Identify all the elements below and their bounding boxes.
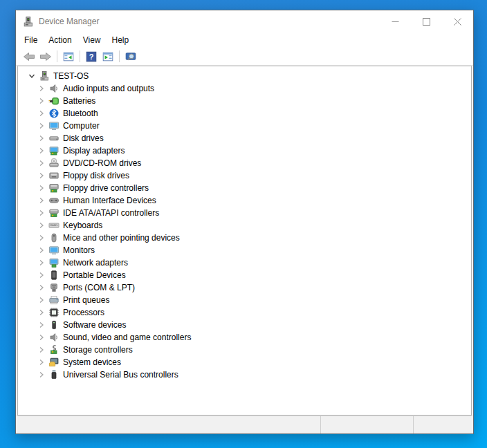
tree-item-label: Bluetooth [62,109,100,118]
tree-item-label: Display adapters [62,146,126,156]
chevron-right-icon[interactable] [37,184,46,192]
chevron-right-icon[interactable] [37,159,46,167]
tree-item-ports[interactable]: Ports (COM & LPT) [18,281,471,294]
tree-item-label: Floppy drive controllers [62,183,150,193]
tree-item-floppy-controller[interactable]: Floppy drive controllers [18,182,471,194]
arrow-right-icon [39,51,53,62]
chevron-right-icon[interactable] [37,283,46,292]
tree-item-disk[interactable]: Disk drives [18,132,471,144]
chevron-right-icon[interactable] [37,171,46,180]
tree-item-network[interactable]: Network adapters [18,256,471,269]
tree-item-label: Audio inputs and outputs [62,84,156,93]
chevron-right-icon[interactable] [37,259,46,267]
tree-item-label: Software devices [62,320,127,330]
menu-view[interactable]: View [77,34,107,46]
tree-item-hid[interactable]: Human Interface Devices [18,194,471,207]
tree-item-printer[interactable]: Print queues [18,294,471,306]
tree-item-portable[interactable]: Portable Devices [18,269,471,281]
device-category-icon [48,170,59,181]
chevron-right-icon[interactable] [37,296,46,304]
tree-item-list: Audio inputs and outputs Batteries Bluet… [18,82,471,381]
menu-help[interactable]: Help [107,34,135,46]
device-category-icon [48,133,59,144]
maximize-button[interactable] [411,10,442,32]
tree-item-label: Print queues [62,295,111,305]
status-segment-2 [320,416,413,433]
tree-item-software[interactable]: Software devices [18,319,471,331]
tree-item-keyboard[interactable]: Keyboards [18,219,471,232]
chevron-right-icon[interactable] [37,122,46,130]
back-button[interactable] [21,49,37,64]
device-category-icon [48,220,59,231]
device-category-icon [48,307,59,318]
menu-action[interactable]: Action [43,34,77,46]
tree-item-speaker[interactable]: Audio inputs and outputs [18,82,471,95]
tree-item-label: Batteries [62,96,97,106]
device-tree-panel: TEST-OS Audio inputs and outputs Batteri… [17,66,472,416]
maximize-icon [423,18,430,26]
tree-item-mouse[interactable]: Mice and other pointing devices [18,232,471,244]
help-button[interactable] [83,49,100,64]
tree-item-usb[interactable]: Universal Serial Bus controllers [18,368,471,381]
toolbar [16,48,473,66]
window-controls [380,10,473,32]
tree-item-bluetooth[interactable]: Bluetooth [18,107,471,120]
menu-file[interactable]: File [19,34,43,46]
device-category-icon [48,195,59,206]
tree-item-label: Mice and other pointing devices [62,233,181,243]
tree-item-floppy-drive[interactable]: Floppy disk drives [18,169,471,182]
chevron-right-icon[interactable] [37,321,46,329]
tree-item-label: Network adapters [62,258,129,268]
tree-item-display-adapter[interactable]: Display adapters [18,144,471,157]
chevron-right-icon[interactable] [37,209,46,217]
toolbar-separator [80,50,80,62]
device-category-icon [48,232,59,243]
window-title: Device Manager [39,17,99,26]
tree-item-ide[interactable]: IDE ATA/ATAPI controllers [18,207,471,219]
tree-item-label: Human Interface Devices [62,196,158,205]
tree-item-system[interactable]: System devices [18,356,471,368]
chevron-right-icon[interactable] [37,358,46,366]
tree-item-speaker[interactable]: Sound, video and game controllers [18,331,471,344]
arrow-left-icon [22,51,36,62]
chevron-right-icon[interactable] [37,109,46,118]
help-icon [86,51,97,62]
chevron-right-icon[interactable] [37,221,46,230]
device-manager-window: Device Manager File Action View Help [15,10,474,434]
chevron-right-icon[interactable] [37,234,46,242]
device-category-icon [48,332,59,343]
tree-item-processor[interactable]: Processors [18,306,471,319]
close-icon [454,18,461,26]
forward-button[interactable] [37,49,54,64]
chevron-right-icon[interactable] [37,84,46,93]
tree-item-battery[interactable]: Batteries [18,95,471,107]
chevron-right-icon[interactable] [37,308,46,317]
tree-item-label: Universal Serial Bus controllers [62,370,180,380]
device-category-icon [48,369,59,380]
chevron-right-icon[interactable] [37,196,46,205]
show-console-tree-button[interactable] [60,49,77,64]
chevron-right-icon[interactable] [37,371,46,379]
tree-item-storage[interactable]: Storage controllers [18,344,471,356]
tree-item-label: Processors [62,308,106,317]
chevron-right-icon[interactable] [37,271,46,279]
chevron-right-icon[interactable] [37,333,46,342]
chevron-right-icon[interactable] [37,147,46,155]
chevron-right-icon[interactable] [37,134,46,142]
device-category-icon [48,95,59,106]
tree-item-dvd[interactable]: DVD/CD-ROM drives [18,157,471,169]
tree-item-monitor[interactable]: Monitors [18,244,471,256]
minimize-button[interactable] [380,10,411,32]
tree-item-monitor[interactable]: Computer [18,120,471,132]
chevron-down-icon[interactable] [27,72,37,80]
chevron-right-icon[interactable] [37,246,46,254]
device-category-icon [48,120,59,131]
chevron-right-icon[interactable] [37,346,46,354]
tree-root-test-os[interactable]: TEST-OS [18,70,471,82]
scan-hardware-changes-button[interactable] [122,49,139,64]
chevron-right-icon[interactable] [37,97,46,105]
show-action-pane-button[interactable] [100,49,116,64]
close-button[interactable] [442,10,473,32]
tree-item-label: Ports (COM & LPT) [62,283,136,292]
tree-item-label: DVD/CD-ROM drives [62,158,143,168]
